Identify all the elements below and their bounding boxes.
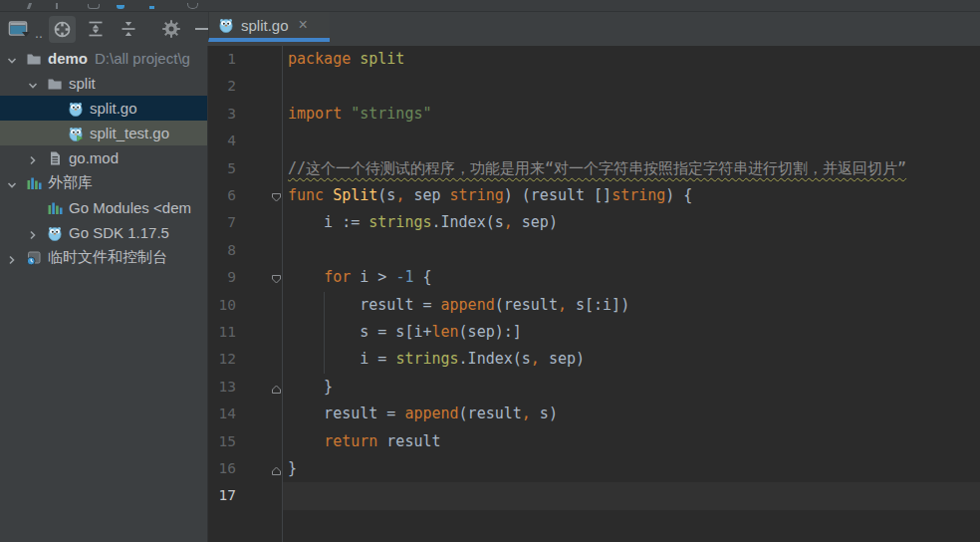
tree-item-label: Go Modules <dem <box>69 199 191 216</box>
tree-item-label: 外部库 <box>48 173 93 192</box>
ide-window: .. <box>0 0 980 542</box>
line-number: 1 <box>208 46 236 73</box>
locate-file-button[interactable] <box>49 16 76 43</box>
code-line[interactable]: 4 <box>208 128 980 155</box>
expand-all-icon <box>86 19 106 39</box>
tree-item-go-sdk[interactable]: Go SDK 1.17.5 <box>0 220 207 245</box>
code-line[interactable]: 10 result = append(result, s[:i]) <box>208 292 980 320</box>
clipped-icon-fragment <box>27 3 32 9</box>
code-text: i := strings.Index(s, sep) <box>288 209 980 236</box>
expand-all-button[interactable] <box>83 16 110 43</box>
line-number: 9 <box>208 264 236 291</box>
chevron-right-icon[interactable] <box>6 252 18 264</box>
project-view-button[interactable] <box>5 16 35 43</box>
clipped-icon-fragment <box>88 4 100 9</box>
chevron-right-icon[interactable] <box>27 152 39 164</box>
fold-open-marker[interactable] <box>270 189 283 202</box>
code-text: func Split(s, sep string) (result []stri… <box>288 182 980 209</box>
fold-open-marker[interactable] <box>270 271 283 284</box>
tree-item-label: demo <box>48 50 88 67</box>
code-text: result = append(result, s[:i]) <box>288 292 980 319</box>
tab-close-icon[interactable]: × <box>299 17 308 33</box>
collapse-all-button[interactable] <box>116 16 142 43</box>
code-line[interactable]: 1package split <box>208 46 980 74</box>
crosshair-icon <box>53 20 72 39</box>
tree-item-external-libraries[interactable]: 外部库 <box>0 170 207 195</box>
line-number: 7 <box>208 209 236 236</box>
library-icon <box>47 200 63 216</box>
code-editor[interactable]: 1package split23import "strings"45//这个一个… <box>208 46 980 542</box>
code-line[interactable]: 8 <box>208 237 980 265</box>
tree-item-scratches[interactable]: 临时文件和控制台 <box>0 245 207 270</box>
code-text: } <box>288 455 980 482</box>
code-text: s = s[i+len(sep):] <box>288 319 980 346</box>
project-panel-toolbar: .. <box>0 12 208 46</box>
tree-item-split-go[interactable]: split.go <box>0 96 207 121</box>
tab-split-go[interactable]: split.go × <box>208 12 330 42</box>
go-gopher-icon <box>47 225 63 241</box>
line-number: 12 <box>208 346 236 373</box>
code-text: for i > -1 { <box>288 264 980 291</box>
line-number: 13 <box>208 374 236 401</box>
chevron-down-icon[interactable] <box>27 78 39 90</box>
main-row: demoD:\all project\gsplitsplit.gosplit_t… <box>0 46 980 542</box>
go-gopher-icon <box>68 101 84 117</box>
fold-close-marker[interactable] <box>270 462 283 475</box>
code-text: } <box>288 374 980 401</box>
line-number: 8 <box>208 237 236 264</box>
tree-item-label: split <box>69 75 96 92</box>
tree-item-label: go.mod <box>69 149 119 166</box>
code-line[interactable]: 5//这个一个待测试的程序，功能是用来“对一个字符串按照指定字符串进行切割，并返… <box>208 155 980 183</box>
header-row: .. <box>0 12 980 46</box>
settings-button[interactable] <box>158 16 185 43</box>
library-icon <box>26 175 42 191</box>
project-tree[interactable]: demoD:\all project\gsplitsplit.gosplit_t… <box>0 46 208 542</box>
scratches-icon <box>26 250 42 266</box>
tab-label: split.go <box>241 17 289 34</box>
code-line[interactable]: 2 <box>208 73 980 101</box>
code-text: i = strings.Index(s, sep) <box>288 346 980 373</box>
tree-item-go-mod[interactable]: go.mod <box>0 145 207 170</box>
tree-item-label: Go SDK 1.17.5 <box>69 224 169 241</box>
code-text: import "strings" <box>288 101 980 128</box>
chevron-down-icon[interactable] <box>6 177 18 189</box>
line-number: 5 <box>208 155 236 182</box>
line-number: 11 <box>208 319 236 346</box>
chevron-down-icon[interactable] <box>6 53 18 65</box>
chevron-right-icon[interactable] <box>27 227 39 239</box>
tree-item-split[interactable]: split <box>0 71 207 96</box>
code-line[interactable]: 17 <box>208 482 980 510</box>
fold-close-marker[interactable] <box>270 381 283 394</box>
tree-item-path: D:\all project\g <box>95 50 190 67</box>
go-gopher-icon <box>218 17 234 33</box>
go-test-file-icon <box>68 126 84 141</box>
line-number: 17 <box>208 482 236 509</box>
tree-item-demo[interactable]: demoD:\all project\g <box>0 46 207 71</box>
code-line[interactable]: 7 i := strings.Index(s, sep) <box>208 209 980 237</box>
line-number: 16 <box>208 455 236 482</box>
clipped-icon-fragment <box>56 3 58 9</box>
tree-item-label: split_test.go <box>90 125 169 141</box>
tree-item-split-test-go[interactable]: split_test.go <box>0 121 207 145</box>
clipped-icon-fragment <box>187 3 198 9</box>
folder-icon <box>26 51 42 67</box>
code-line[interactable]: 11 s = s[i+len(sep):] <box>208 319 980 347</box>
line-number: 15 <box>208 428 236 455</box>
tree-item-go-modules[interactable]: Go Modules <dem <box>0 195 207 220</box>
code-line[interactable]: 9 for i > -1 { <box>208 264 980 292</box>
code-line[interactable]: 13 } <box>208 374 980 402</box>
code-text: result = append(result, s) <box>288 401 980 427</box>
file-icon <box>47 150 63 166</box>
code-line[interactable]: 3import "strings" <box>208 101 980 129</box>
clipped-icon-fragment <box>117 5 124 9</box>
window-icon <box>8 19 32 40</box>
code-line[interactable]: 12 i = strings.Index(s, sep) <box>208 346 980 374</box>
code-line[interactable]: 6func Split(s, sep string) (result []str… <box>208 182 980 210</box>
tree-item-label: split.go <box>90 100 137 117</box>
line-number: 6 <box>208 182 236 209</box>
toolbar-overflow-dots[interactable]: .. <box>35 25 43 41</box>
code-line[interactable]: 16} <box>208 455 980 483</box>
line-number: 14 <box>208 401 236 427</box>
code-line[interactable]: 14 result = append(result, s) <box>208 401 980 428</box>
code-line[interactable]: 15 return result <box>208 428 980 456</box>
